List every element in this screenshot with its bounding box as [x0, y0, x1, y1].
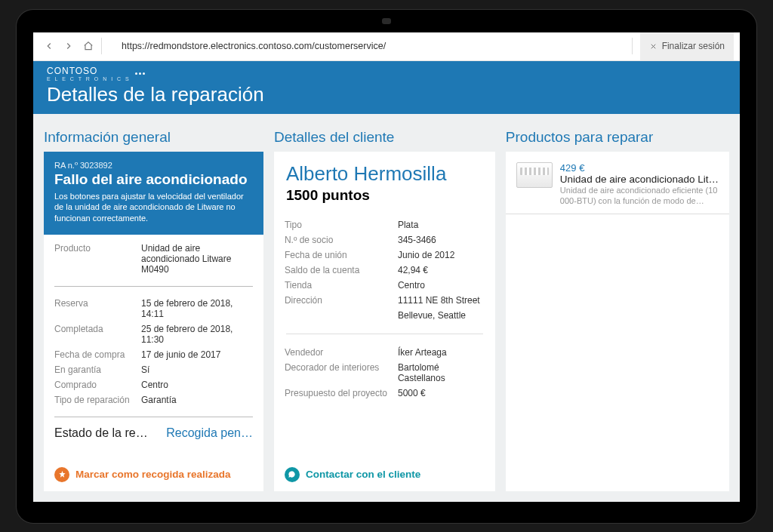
value: Bellevue, Seattle [398, 310, 466, 321]
tablet-camera [382, 18, 391, 24]
ra-title: Fallo del aire acondicionado [54, 171, 253, 188]
label: Reserva [54, 298, 141, 319]
label: Completada [54, 324, 141, 345]
products-heading: Productos para reparar [506, 125, 729, 152]
kv-row: N.º de socio 345-3466 [285, 232, 485, 248]
value: Plata [398, 220, 418, 230]
kv-row: Completada 25 de febrero de 2018, 11:30 [54, 321, 253, 347]
close-icon [649, 42, 658, 51]
contact-client-button[interactable]: Contactar con el cliente [274, 458, 495, 491]
value: Unidad de aire acondicionado Litware M04… [141, 243, 253, 275]
separator [632, 38, 633, 54]
brand-name: CONTOSO [47, 66, 97, 76]
client-heading: Detalles del cliente [274, 125, 495, 152]
kv-row: Fecha de compra 17 de junio de 2017 [54, 347, 253, 362]
label: N.º de socio [285, 235, 398, 245]
kv-row: Comprado Centro [54, 377, 253, 392]
kv-row: Vendedor Íker Arteaga [285, 345, 485, 360]
value: Sí [141, 364, 149, 375]
divider [286, 334, 483, 334]
value: 345-3466 [398, 235, 436, 245]
url-text: https://redmondstore.electronics.contoso… [122, 41, 386, 51]
ra-number: RA n.º 3023892 [54, 161, 253, 170]
label: Vendedor [285, 347, 398, 358]
status-value: Recogida pen… [166, 426, 253, 440]
value: Centro [141, 380, 168, 390]
content-columns: Información general RA n.º 3023892 Fallo… [33, 114, 740, 502]
page-banner: CONTOSO E L E C T R O N I C S Detalles d… [33, 61, 740, 114]
status-row: Estado de la re… Recogida pen… [44, 420, 263, 446]
product-item[interactable]: 429 € Unidad de aire acondicionado Lit… … [506, 152, 729, 215]
label: Tipo [285, 220, 398, 230]
close-session-button[interactable]: Finalizar sesión [640, 32, 734, 60]
label: Presupuesto del proyecto [285, 388, 398, 398]
product-name: Unidad de aire acondicionado Lit… [560, 174, 719, 185]
url-bar[interactable]: https://redmondstore.electronics.contoso… [117, 38, 629, 54]
general-column: Información general RA n.º 3023892 Fallo… [44, 125, 263, 491]
client-points: 1500 puntos [274, 187, 495, 211]
separator [101, 38, 102, 54]
brand-subtext: E L E C T R O N I C S [47, 76, 131, 81]
label: Dirección [285, 295, 398, 306]
products-column: Productos para reparar 429 € Unidad de a… [506, 125, 729, 491]
forward-button[interactable] [59, 36, 79, 56]
tablet-frame: https://redmondstore.electronics.contoso… [17, 10, 756, 523]
kv-row: Bellevue, Seattle [285, 308, 485, 323]
kv-row: Reserva 15 de febrero de 2018, 14:11 [54, 296, 253, 321]
mark-collected-label: Marcar como recogida realizada [75, 469, 231, 480]
product-description: Unidad de aire acondicionado eficiente (… [560, 185, 719, 207]
label: Fecha de unión [285, 250, 398, 260]
home-button[interactable] [79, 36, 98, 56]
kv-row: Tipo de reparación Garantía [54, 392, 253, 407]
ra-card: RA n.º 3023892 Fallo del aire acondicion… [44, 152, 263, 235]
value: Junio de 2012 [398, 250, 454, 260]
page-title: Detalles de la reparación [47, 83, 726, 106]
kv-row: Saldo de la cuenta 42,94 € [285, 263, 485, 278]
value: Íker Arteaga [398, 347, 447, 358]
value: 42,94 € [398, 265, 428, 275]
label: En garantía [54, 364, 141, 375]
kv-row: Tienda Centro [285, 278, 485, 293]
value: Bartolomé Castellanos [398, 362, 485, 383]
value: Garantía [141, 395, 177, 405]
value: 25 de febrero de 2018, 11:30 [141, 324, 253, 345]
value: 17 de junio de 2017 [141, 349, 220, 360]
kv-row: Fecha de unión Junio de 2012 [285, 248, 485, 263]
label [285, 310, 398, 321]
ra-description: Los botones para ajustar la velocidad de… [54, 191, 253, 225]
browser-topbar: https://redmondstore.electronics.contoso… [33, 32, 740, 61]
close-session-label: Finalizar sesión [662, 41, 725, 51]
label: Fecha de compra [54, 349, 141, 360]
status-label: Estado de la re… [54, 426, 148, 440]
divider [54, 286, 253, 287]
app-screen: https://redmondstore.electronics.contoso… [33, 32, 740, 502]
general-heading: Información general [44, 125, 263, 152]
value: 11111 NE 8th Street [398, 295, 480, 306]
kv-row: En garantía Sí [54, 362, 253, 377]
kv-row: Tipo Plata [285, 217, 485, 232]
value: 15 de febrero de 2018, 14:11 [141, 298, 253, 319]
label: Producto [54, 243, 141, 275]
kv-row: Dirección 11111 NE 8th Street [285, 293, 485, 308]
label: Tipo de reparación [54, 395, 141, 405]
label: Decorador de interiores [285, 362, 398, 383]
label: Comprado [54, 380, 141, 390]
kv-row: Presupuesto del proyecto 5000 € [285, 386, 485, 401]
client-column: Detalles del cliente Alberto Hermosilla … [274, 125, 495, 491]
mark-collected-button[interactable]: Marcar como recogida realizada [44, 458, 263, 491]
kv-row-product: Producto Unidad de aire acondicionado Li… [54, 241, 253, 277]
star-icon [54, 467, 69, 482]
value: 5000 € [398, 388, 426, 398]
divider [54, 417, 253, 417]
brand-logo: CONTOSO E L E C T R O N I C S [47, 66, 726, 81]
value: Centro [398, 280, 425, 291]
product-thumbnail [516, 162, 553, 188]
back-button[interactable] [39, 36, 59, 56]
product-price: 429 € [560, 162, 719, 174]
client-name: Alberto Hermosilla [274, 152, 495, 187]
contact-icon [285, 467, 300, 482]
contact-client-label: Contactar con el cliente [306, 469, 420, 480]
kv-row: Decorador de interiores Bartolomé Castel… [285, 360, 485, 386]
label: Tienda [285, 280, 398, 291]
brand-dots-icon [135, 72, 145, 75]
